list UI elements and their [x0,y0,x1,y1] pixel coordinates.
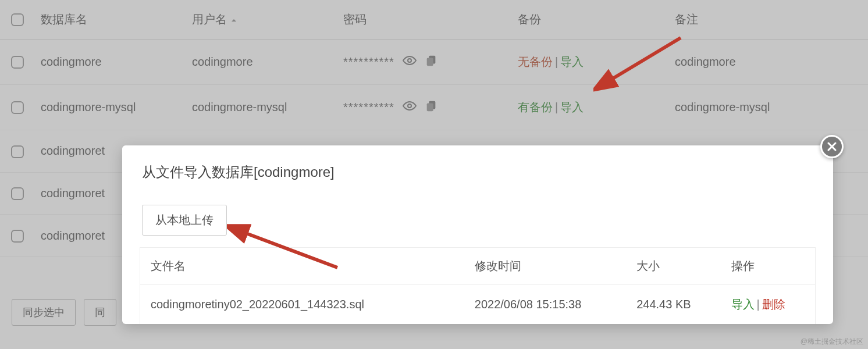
cell-action: 导入|删除 [721,285,815,325]
modal-title: 从文件导入数据库[codingmore] [122,145,833,195]
cell-mtime: 2022/06/08 15:15:38 [464,285,626,325]
file-table: 文件名 修改时间 大小 操作 codingmoretiny02_20220601… [140,247,816,324]
file-import-link[interactable]: 导入 [731,298,755,311]
col-mtime: 修改时间 [464,248,626,285]
upload-local-button[interactable]: 从本地上传 [142,205,227,236]
cell-size: 244.43 KB [626,285,720,325]
col-action: 操作 [721,248,815,285]
cell-filename: codingmoretiny02_20220601_144323.sql [140,285,464,325]
close-button[interactable] [820,135,844,158]
file-row[interactable]: codingmoretiny02_20220601_144323.sql 202… [140,285,815,325]
watermark: @稀土掘金技术社区 [801,337,863,347]
file-table-header: 文件名 修改时间 大小 操作 [140,248,815,285]
import-modal: 从文件导入数据库[codingmore] 从本地上传 文件名 修改时间 大小 操… [122,145,833,324]
col-filename: 文件名 [140,248,464,285]
file-delete-link[interactable]: 删除 [762,298,785,311]
col-size: 大小 [626,248,720,285]
divider: | [757,298,760,311]
close-icon [827,141,837,152]
